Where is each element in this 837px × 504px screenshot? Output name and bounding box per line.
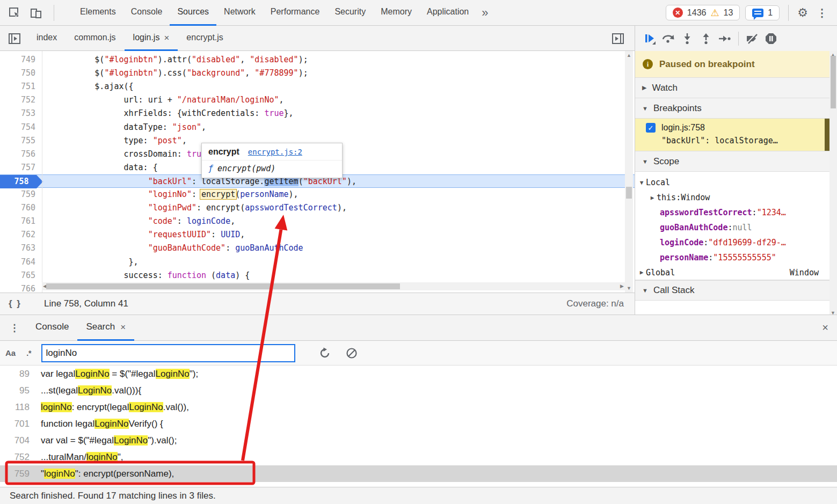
tab-performance[interactable]: Performance bbox=[263, 0, 327, 26]
tab-application[interactable]: Application bbox=[419, 0, 476, 26]
close-tab-icon[interactable]: × bbox=[120, 323, 126, 332]
drawer-tab-search[interactable]: Search× bbox=[77, 315, 134, 341]
file-tab-encrypt.js[interactable]: encrypt.js bbox=[178, 26, 231, 51]
scroll-down-arrow[interactable]: ▼ bbox=[627, 286, 631, 291]
match-case-toggle[interactable]: Aa bbox=[0, 348, 21, 357]
deactivate-breakpoints-button[interactable] bbox=[745, 32, 759, 46]
line-number[interactable]: 765 bbox=[0, 269, 35, 282]
sidebar-scroll-thumb[interactable] bbox=[831, 56, 836, 108]
search-result-row[interactable]: 759"loginNo": encrypt(personName), bbox=[0, 465, 837, 482]
line-number[interactable]: 761 bbox=[0, 215, 35, 228]
pause-on-exceptions-button[interactable] bbox=[764, 32, 778, 46]
hovered-encrypt-token[interactable]: encrypt bbox=[200, 189, 237, 200]
call-stack-section-header[interactable]: ▼ Call Stack bbox=[635, 280, 837, 301]
tab-sources[interactable]: Sources bbox=[170, 0, 216, 26]
drawer-tab-console[interactable]: Console bbox=[27, 315, 77, 341]
scope-item-this[interactable]: ▶this: Window bbox=[635, 190, 837, 205]
breakpoint-entry[interactable]: ✓ login.js:758 "backUrl": localStorage… bbox=[635, 119, 837, 151]
step-into-button[interactable] bbox=[680, 32, 694, 46]
editor-pane: 766765 success: function (data) {764 },7… bbox=[0, 51, 635, 315]
line-number[interactable]: 763 bbox=[0, 242, 35, 255]
code-token bbox=[46, 243, 148, 253]
breakpoint-checkbox[interactable]: ✓ bbox=[646, 123, 656, 133]
line-number[interactable]: 760 bbox=[0, 201, 35, 215]
tab-console[interactable]: Console bbox=[123, 0, 170, 26]
tab-network[interactable]: Network bbox=[216, 0, 263, 26]
line-number[interactable]: 755 bbox=[0, 134, 35, 148]
line-number[interactable]: 753 bbox=[0, 107, 35, 120]
line-number[interactable]: 756 bbox=[0, 148, 35, 161]
vscroll-thumb[interactable] bbox=[626, 187, 632, 199]
drawer-tabs: ConsoleSearch× bbox=[27, 315, 134, 341]
code-text: $("#loginbtn").css("background", "#77889… bbox=[46, 67, 308, 80]
match-highlight: LoginNo bbox=[114, 435, 148, 445]
watch-section-header[interactable]: ▶ Watch bbox=[635, 78, 837, 98]
breakpoints-section-header[interactable]: ▼ Breakpoints bbox=[635, 98, 837, 119]
line-number[interactable]: 759 bbox=[0, 188, 35, 201]
file-tab-login.js[interactable]: login.js× bbox=[125, 26, 178, 51]
toolbar-divider bbox=[54, 5, 54, 21]
tab-elements[interactable]: Elements bbox=[72, 0, 123, 26]
scope-global-row[interactable]: ▶ Global Window bbox=[635, 265, 837, 280]
editor-horizontal-scrollbar[interactable]: ◀ ▶ bbox=[42, 282, 625, 290]
scope-item-separator: : bbox=[727, 223, 732, 232]
drawer-close-icon[interactable]: × bbox=[822, 322, 828, 334]
line-number[interactable]: 749 bbox=[0, 53, 35, 67]
clear-search-icon[interactable] bbox=[346, 347, 358, 359]
search-result-row[interactable]: 704var val = $("#legalLoginNo").val(); bbox=[0, 432, 837, 449]
code-token: "#778899" bbox=[254, 68, 298, 78]
regex-toggle[interactable]: .* bbox=[21, 349, 37, 357]
issues-badge[interactable]: 1 bbox=[745, 5, 780, 20]
search-result-row[interactable]: 701function legalLoginNoVerify() { bbox=[0, 415, 837, 432]
code-token: , bbox=[240, 55, 250, 64]
result-text: : encrypt(legal bbox=[72, 402, 129, 412]
step-over-button[interactable] bbox=[661, 32, 675, 46]
file-tab-index[interactable]: index bbox=[28, 26, 65, 51]
show-debugger-sidebar-icon[interactable] bbox=[611, 32, 625, 46]
device-toolbar-icon[interactable] bbox=[29, 6, 43, 20]
scope-local-row[interactable]: ▼ Local bbox=[635, 175, 837, 190]
search-result-row[interactable]: 89var legalLoginNo = $("#legalLoginNo"); bbox=[0, 366, 837, 382]
sidebar-scrollbar[interactable]: ▲ ▼ bbox=[829, 51, 837, 315]
customize-menu-icon[interactable]: ⋮ bbox=[813, 6, 831, 19]
scope-section-header[interactable]: ▼ Scope bbox=[635, 151, 837, 172]
tab-memory[interactable]: Memory bbox=[373, 0, 419, 26]
search-result-row[interactable]: 752...turalMan/loginNo", bbox=[0, 449, 837, 465]
search-input[interactable] bbox=[41, 344, 295, 362]
search-result-row[interactable]: 95...st(legalLoginNo.val())){ bbox=[0, 382, 837, 399]
tab-security[interactable]: Security bbox=[327, 0, 373, 26]
step-button[interactable] bbox=[718, 32, 732, 46]
error-warning-badge[interactable]: ✕ 1436 ⚠ 13 bbox=[666, 5, 740, 20]
code-editor[interactable]: 766765 success: function (data) {764 },7… bbox=[0, 51, 635, 293]
tooltip-source-link[interactable]: encrypt.js:2 bbox=[248, 148, 302, 156]
more-panels-chevron[interactable]: » bbox=[476, 6, 493, 20]
line-number[interactable]: 757 bbox=[0, 161, 35, 174]
line-number[interactable]: 764 bbox=[0, 255, 35, 269]
pretty-print-button[interactable]: { } bbox=[0, 298, 29, 309]
file-tab-common.js[interactable]: common.js bbox=[65, 26, 124, 51]
result-text: .val()), bbox=[163, 402, 189, 412]
line-number[interactable]: 754 bbox=[0, 121, 35, 134]
code-token: ).attr( bbox=[158, 55, 192, 64]
scroll-down-arrow[interactable]: ▼ bbox=[831, 310, 835, 315]
close-tab-icon[interactable]: × bbox=[164, 33, 169, 42]
scroll-right-arrow[interactable]: ▶ bbox=[620, 283, 624, 289]
line-number[interactable]: 751 bbox=[0, 80, 35, 93]
refresh-search-icon[interactable] bbox=[319, 347, 331, 359]
show-navigator-icon[interactable] bbox=[8, 32, 21, 46]
scroll-up-arrow[interactable]: ▲ bbox=[627, 53, 631, 58]
line-number[interactable]: 766 bbox=[0, 282, 35, 293]
line-number[interactable]: 752 bbox=[0, 93, 35, 107]
line-number[interactable]: 750 bbox=[0, 67, 35, 80]
resume-script-button[interactable] bbox=[643, 32, 657, 46]
line-number[interactable]: 762 bbox=[0, 228, 35, 242]
drawer-menu-icon[interactable]: ⋮ bbox=[0, 322, 27, 334]
code-token: success: bbox=[46, 271, 168, 280]
settings-gear-icon[interactable]: ⚙ bbox=[797, 6, 808, 20]
result-text: ...st(legal bbox=[41, 385, 78, 396]
editor-vertical-scrollbar[interactable]: ▲ ▼ bbox=[625, 51, 633, 293]
step-out-button[interactable] bbox=[699, 32, 713, 46]
inspect-element-icon[interactable] bbox=[8, 6, 21, 20]
hscroll-thumb[interactable] bbox=[46, 283, 400, 289]
search-result-row[interactable]: 118loginNo: encrypt(legalLoginNo.val()), bbox=[0, 399, 837, 415]
